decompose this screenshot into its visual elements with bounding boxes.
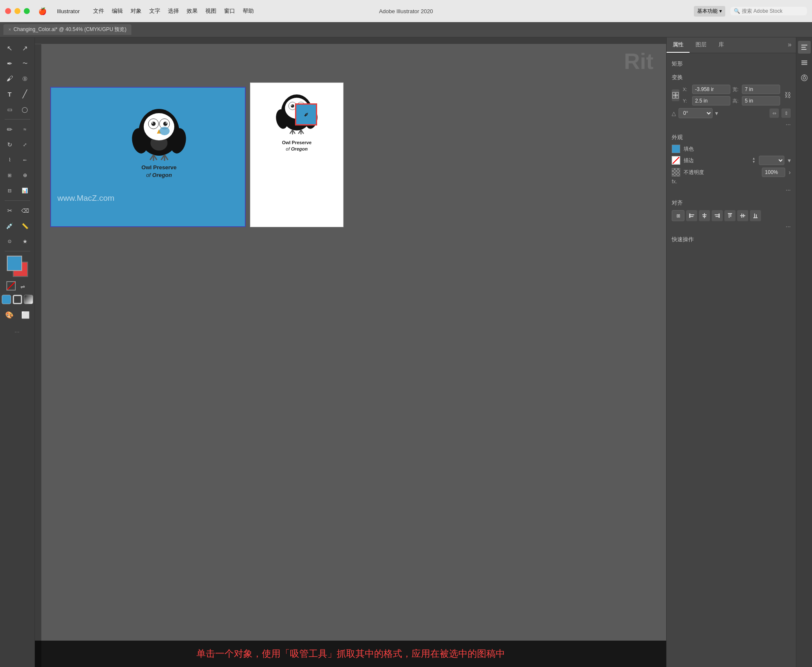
menu-help[interactable]: 帮助	[239, 6, 257, 17]
panel-tabs-more[interactable]: »	[784, 37, 796, 53]
type-tool[interactable]: T	[3, 87, 17, 101]
canvas-area[interactable]: www.MacZ.com	[35, 37, 666, 667]
align-bottom[interactable]	[750, 210, 761, 221]
menu-select[interactable]: 选择	[165, 6, 182, 17]
direct-selection-tool[interactable]: ↗	[18, 41, 32, 55]
height-input[interactable]	[742, 96, 780, 105]
search-input[interactable]	[742, 8, 801, 14]
search-bar[interactable]: 🔍	[730, 7, 807, 15]
smooth-tool[interactable]: ≈	[18, 122, 32, 137]
align-left[interactable]	[686, 210, 697, 221]
perspective-grid-tool[interactable]: ⊟	[3, 183, 17, 198]
tab-layers[interactable]: 图层	[690, 37, 713, 53]
pen-tool[interactable]: ✒	[3, 56, 17, 71]
libraries-panel-icon[interactable]	[798, 71, 811, 84]
minimize-button[interactable]	[14, 8, 20, 14]
align-label: 对齐	[672, 199, 791, 207]
gradient-fill[interactable]	[24, 295, 33, 304]
align-right[interactable]	[712, 210, 723, 221]
menu-effect[interactable]: 效果	[183, 6, 201, 17]
fill-mode[interactable]	[2, 295, 11, 304]
properties-panel-icon[interactable]	[798, 41, 811, 54]
artboard-blue[interactable]: www.MacZ.com	[50, 87, 246, 227]
transform-anchor-icon[interactable]	[672, 89, 679, 101]
chart-tool[interactable]: 📊	[18, 183, 32, 198]
canvas-content[interactable]: www.MacZ.com	[42, 44, 666, 667]
watermark-text: www.MacZ.com	[57, 194, 114, 203]
eyedropper-tool[interactable]: 💉	[3, 219, 17, 233]
align-to-select[interactable]: ⊞	[672, 210, 684, 221]
selection-tool[interactable]: ↖	[3, 41, 17, 55]
width-tool[interactable]: ⤝	[18, 153, 32, 167]
rotation-select[interactable]: 0°	[679, 108, 713, 118]
opacity-more-icon[interactable]: ›	[789, 169, 791, 176]
document-tab[interactable]: × Changing_Color.ai* @ 40.54% (CMYK/GPU …	[3, 24, 131, 35]
x-field: X:	[683, 85, 730, 94]
tab-properties[interactable]: 属性	[667, 37, 690, 53]
menu-file[interactable]: 文件	[90, 6, 108, 17]
more-dots-appearance[interactable]: ···	[672, 186, 791, 193]
shape-builder-tool[interactable]: ⊕	[18, 168, 32, 182]
more-dots-align[interactable]: ···	[672, 223, 791, 230]
svg-point-5	[152, 123, 153, 124]
close-button[interactable]	[5, 8, 11, 14]
workspace-selector[interactable]: 基本功能 ▾	[694, 6, 725, 17]
opacity-input[interactable]	[762, 168, 785, 177]
stroke-color-swatch[interactable]	[672, 156, 680, 165]
align-center-h[interactable]	[699, 210, 710, 221]
more-dots-transform[interactable]: ···	[672, 121, 791, 128]
swap-colors[interactable]: ⇌	[17, 281, 28, 292]
foreground-color-box[interactable]	[7, 256, 22, 271]
scale-tool[interactable]: ⤢	[18, 137, 32, 152]
warp-tool[interactable]: ⌇	[3, 153, 17, 167]
tab-close-button[interactable]: ×	[9, 27, 11, 32]
curvature-tool[interactable]: 〜	[18, 56, 32, 71]
align-top[interactable]	[724, 210, 735, 221]
fill-color-swatch[interactable]	[672, 145, 680, 153]
x-input[interactable]	[692, 85, 730, 94]
y-input[interactable]	[692, 96, 730, 105]
y-label: Y:	[683, 98, 690, 103]
line-tool[interactable]: ╱	[18, 87, 32, 101]
stroke-mode[interactable]	[13, 295, 22, 304]
menu-object[interactable]: 对象	[127, 6, 145, 17]
none-swatch[interactable]	[6, 281, 16, 291]
title-bar: 🍎 Illustrator 文件 编辑 对象 文字 选择 效果 视图 窗口 帮助…	[0, 0, 812, 22]
menu-window[interactable]: 窗口	[221, 6, 238, 17]
menu-text[interactable]: 文字	[146, 6, 164, 17]
align-middle-v[interactable]	[737, 210, 748, 221]
tab-library[interactable]: 库	[713, 37, 730, 53]
menu-illustrator[interactable]: Illustrator	[54, 6, 83, 16]
pen-icon-in-box: ✒	[301, 110, 311, 120]
free-transform-tool[interactable]: ⊞	[3, 168, 17, 182]
flip-v-icon[interactable]: ⇕	[781, 108, 791, 118]
screen-mode[interactable]: ⬜	[18, 308, 33, 322]
stroke-select[interactable]	[759, 156, 784, 165]
stroke-size-arrows[interactable]: ▲ ▼	[752, 157, 755, 164]
stroke-options-icon[interactable]: ▾	[788, 157, 791, 164]
layers-panel-icon[interactable]	[798, 56, 811, 69]
svg-point-8	[163, 122, 168, 126]
menu-view[interactable]: 视图	[202, 6, 220, 17]
rotate-tool[interactable]: ↻	[3, 137, 17, 152]
pencil-tool[interactable]: ✏	[3, 122, 17, 137]
fx-button[interactable]: fx.	[672, 177, 791, 186]
more-tools[interactable]: ···	[10, 325, 25, 339]
link-proportions-icon[interactable]: ⛓	[784, 91, 792, 100]
ellipse-tool[interactable]: ◯	[18, 102, 32, 117]
scissors-tool[interactable]: ✂	[3, 203, 17, 218]
maximize-button[interactable]	[24, 8, 30, 14]
eraser-tool[interactable]: ⌫	[18, 203, 32, 218]
owl-blue: Owl Preserve of Oregon	[131, 100, 187, 179]
measure-tool[interactable]: 📏	[18, 219, 32, 233]
blend-tool[interactable]: ⊙	[3, 234, 17, 248]
color-mode[interactable]: 🎨	[2, 308, 17, 322]
brush-tool[interactable]: 🖌	[3, 71, 17, 86]
width-input[interactable]	[742, 85, 780, 94]
blob-brush-tool[interactable]: Ⓑ	[18, 71, 32, 86]
menu-edit[interactable]: 编辑	[108, 6, 126, 17]
artboard-white[interactable]: ✒ Owl Preserve of Oregon	[250, 83, 344, 227]
symbol-tool[interactable]: ★	[18, 234, 32, 248]
rectangle-tool[interactable]: ▭	[3, 102, 17, 117]
flip-h-icon[interactable]: ⇔	[769, 108, 779, 118]
